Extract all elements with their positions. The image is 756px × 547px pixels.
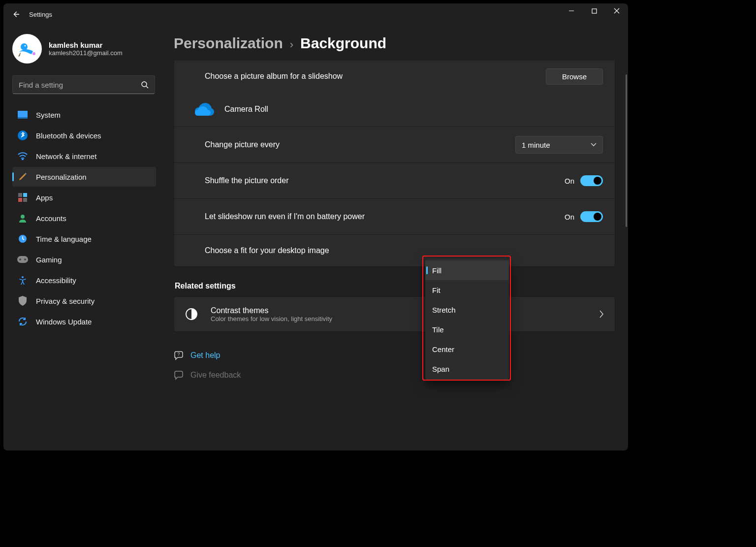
fit-option-span[interactable]: Span	[425, 359, 509, 379]
svg-point-19	[22, 276, 24, 278]
give-feedback-link[interactable]: Give feedback	[174, 365, 615, 385]
svg-point-17	[19, 258, 21, 260]
give-feedback-label: Give feedback	[190, 371, 241, 380]
svg-rect-6	[18, 111, 28, 117]
shuffle-state: On	[565, 177, 574, 185]
svg-point-4	[32, 52, 35, 55]
maximize-button[interactable]	[583, 3, 605, 18]
album-name: Camera Roll	[224, 105, 603, 114]
nav-network[interactable]: Network & internet	[12, 146, 156, 166]
fit-dropdown: Fill Fit Stretch Tile Center Span	[425, 258, 509, 381]
content-area: Personalization › Background Choose a pi…	[161, 25, 628, 450]
battery-toggle[interactable]	[580, 211, 603, 222]
battery-state: On	[565, 213, 574, 221]
shuffle-label: Shuffle the picture order	[205, 176, 565, 185]
search-icon	[141, 81, 149, 89]
svg-rect-13	[23, 198, 27, 202]
help-links: ? Get help Give feedback	[174, 346, 615, 385]
search-box[interactable]	[12, 75, 155, 94]
fit-option-center[interactable]: Center	[425, 339, 509, 359]
nav-label: Time & language	[36, 235, 92, 243]
nav-label: Personalization	[36, 173, 87, 181]
gamepad-icon	[17, 254, 28, 265]
nav-label: Gaming	[36, 256, 62, 264]
svg-text:?: ?	[177, 352, 180, 356]
titlebar: Settings	[3, 3, 628, 25]
chevron-right-icon	[599, 310, 604, 318]
fit-option-fit[interactable]: Fit	[425, 280, 509, 300]
avatar	[12, 34, 42, 64]
app-title: Settings	[29, 11, 52, 18]
nav-windows-update[interactable]: Windows Update	[12, 312, 156, 331]
row-fit: Choose a fit for your desktop image	[174, 235, 615, 266]
nav-label: Bluetooth & devices	[36, 131, 101, 140]
paintbrush-icon	[17, 171, 28, 182]
row-change-interval: Change picture every 1 minute	[174, 127, 615, 162]
help-icon: ?	[174, 351, 184, 360]
row-battery: Let slideshow run even if I'm on battery…	[174, 199, 615, 234]
bluetooth-icon	[17, 130, 28, 141]
fit-option-tile[interactable]: Tile	[425, 320, 509, 339]
settings-window: Settings kamlesh kumar kamlesh2011@gmail…	[3, 3, 628, 450]
fit-option-stretch[interactable]: Stretch	[425, 300, 509, 320]
nav-label: Accessibility	[36, 276, 76, 285]
nav-bluetooth[interactable]: Bluetooth & devices	[12, 126, 156, 145]
svg-rect-12	[18, 198, 22, 202]
nav-system[interactable]: System	[12, 105, 156, 125]
nav-personalization[interactable]: Personalization	[12, 167, 156, 187]
update-icon	[17, 316, 28, 327]
sidebar: kamlesh kumar kamlesh2011@gmail.com Syst…	[3, 25, 161, 450]
row-shuffle: Shuffle the picture order On	[174, 163, 615, 198]
breadcrumb-current: Background	[300, 35, 386, 52]
svg-rect-7	[18, 117, 28, 119]
system-icon	[17, 109, 28, 120]
interval-select[interactable]: 1 minute	[515, 136, 603, 154]
wifi-icon	[17, 151, 28, 161]
background-settings-panel: Choose a picture album for a slideshow B…	[174, 61, 615, 267]
interval-value: 1 minute	[522, 141, 550, 149]
svg-point-18	[24, 258, 26, 260]
accessibility-icon	[17, 275, 28, 286]
browse-button[interactable]: Browse	[546, 68, 603, 85]
svg-rect-0	[592, 9, 597, 13]
person-icon	[17, 213, 28, 224]
nav-label: Network & internet	[36, 152, 96, 161]
nav-label: Apps	[36, 193, 53, 202]
minimize-button[interactable]	[560, 3, 583, 18]
svg-point-3	[25, 45, 26, 47]
nav-gaming[interactable]: Gaming	[12, 250, 156, 269]
breadcrumb-parent[interactable]: Personalization	[174, 35, 283, 52]
related-contrast-themes[interactable]: Contrast themes Color themes for low vis…	[174, 296, 615, 332]
get-help-link[interactable]: ? Get help	[174, 346, 615, 365]
svg-point-9	[22, 159, 23, 160]
nav-label: Accounts	[36, 214, 66, 223]
chevron-down-icon	[591, 143, 597, 147]
nav-privacy[interactable]: Privacy & security	[12, 291, 156, 311]
svg-rect-10	[18, 193, 22, 197]
profile-name: kamlesh kumar	[49, 41, 123, 49]
contrast-icon	[185, 308, 198, 321]
svg-point-1	[15, 37, 39, 61]
nav-apps[interactable]: Apps	[12, 188, 156, 207]
nav-accessibility[interactable]: Accessibility	[12, 270, 156, 290]
shield-icon	[17, 295, 28, 306]
breadcrumb-separator-icon: ›	[290, 38, 293, 51]
svg-point-14	[21, 215, 25, 219]
fit-label: Choose a fit for your desktop image	[205, 246, 603, 255]
back-button[interactable]	[12, 11, 19, 18]
nav-list: System Bluetooth & devices Network & int…	[12, 105, 156, 331]
svg-point-5	[142, 82, 147, 87]
search-input[interactable]	[19, 81, 141, 89]
scrollbar[interactable]	[626, 74, 627, 227]
feedback-icon	[174, 370, 184, 380]
profile[interactable]: kamlesh kumar kamlesh2011@gmail.com	[12, 34, 156, 64]
nav-time-language[interactable]: Time & language	[12, 229, 156, 249]
shuffle-toggle[interactable]	[580, 175, 603, 186]
related-heading: Related settings	[175, 282, 615, 290]
fit-option-fill[interactable]: Fill	[425, 260, 509, 280]
nav-label: Windows Update	[36, 318, 92, 326]
close-button[interactable]	[605, 3, 628, 18]
contrast-subtitle: Color themes for low vision, light sensi…	[211, 315, 332, 322]
contrast-title: Contrast themes	[211, 306, 332, 315]
nav-accounts[interactable]: Accounts	[12, 208, 156, 228]
